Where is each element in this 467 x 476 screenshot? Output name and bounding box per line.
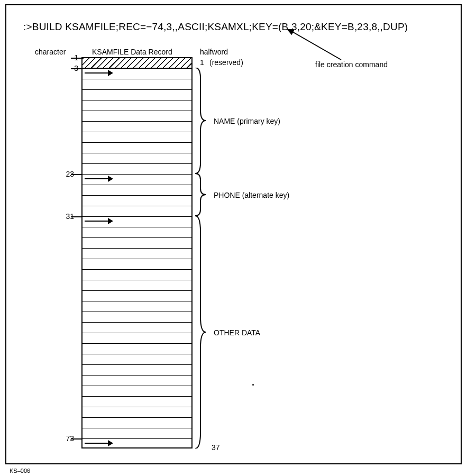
record-row <box>83 249 191 259</box>
char-tick <box>71 216 81 217</box>
record-row <box>83 132 191 143</box>
section-label-name: NAME (primary key) <box>214 117 280 125</box>
halfword-label-1: 1 <box>200 58 204 67</box>
halfword-label-reserved: (reserved) <box>209 58 243 67</box>
record-row <box>83 143 191 153</box>
section-label-phone: PHONE (alternate key) <box>214 191 289 199</box>
record-row <box>83 439 191 450</box>
arrow-label-file-creation: file creation command <box>315 60 388 69</box>
record-row <box>83 206 191 217</box>
record-row-reserved <box>83 58 191 69</box>
record-row <box>83 164 191 175</box>
header-data-record: KSAMFILE Data Record <box>92 48 172 56</box>
record-row <box>83 333 191 344</box>
record-row <box>83 238 191 249</box>
record-row <box>83 428 191 439</box>
record-row <box>83 79 191 90</box>
stray-dot <box>252 384 254 386</box>
record-row <box>83 386 191 397</box>
record-row <box>83 259 191 270</box>
record-row <box>83 354 191 365</box>
record-row <box>83 365 191 376</box>
record-row <box>83 280 191 291</box>
char-tick <box>71 58 81 59</box>
record-row <box>83 291 191 301</box>
record-row <box>83 407 191 418</box>
record-row <box>83 69 191 79</box>
build-command: :>BUILD KSAMFILE;REC=−74,3,,ASCII;KSAMXL… <box>23 21 408 33</box>
header-character: character <box>35 48 66 56</box>
record-row <box>83 227 191 238</box>
record-row <box>83 196 191 206</box>
record-row <box>83 312 191 323</box>
record-row <box>83 344 191 354</box>
section-braces <box>194 68 209 448</box>
header-halfword: halfword <box>200 48 228 56</box>
char-tick <box>71 68 81 69</box>
record-row <box>83 111 191 122</box>
page: KS–006 :>BUILD KSAMFILE;REC=−74,3,,ASCII… <box>0 0 467 476</box>
record-row <box>83 270 191 280</box>
figure-frame <box>5 4 462 464</box>
record-row <box>83 185 191 196</box>
record-row <box>83 323 191 333</box>
record-row <box>83 175 191 185</box>
record-row <box>83 153 191 164</box>
figure-code-id: KS–006 <box>10 468 30 474</box>
char-tick <box>71 438 81 440</box>
record-row <box>83 397 191 407</box>
record-row <box>83 100 191 111</box>
section-label-other: OTHER DATA <box>214 328 260 337</box>
record-row <box>83 301 191 312</box>
halfword-label-37: 37 <box>212 443 220 452</box>
record-row <box>83 122 191 132</box>
char-tick <box>71 174 81 175</box>
record-row <box>83 418 191 428</box>
record-box <box>81 57 193 448</box>
record-row <box>83 90 191 100</box>
record-row <box>83 217 191 227</box>
record-row <box>83 376 191 386</box>
